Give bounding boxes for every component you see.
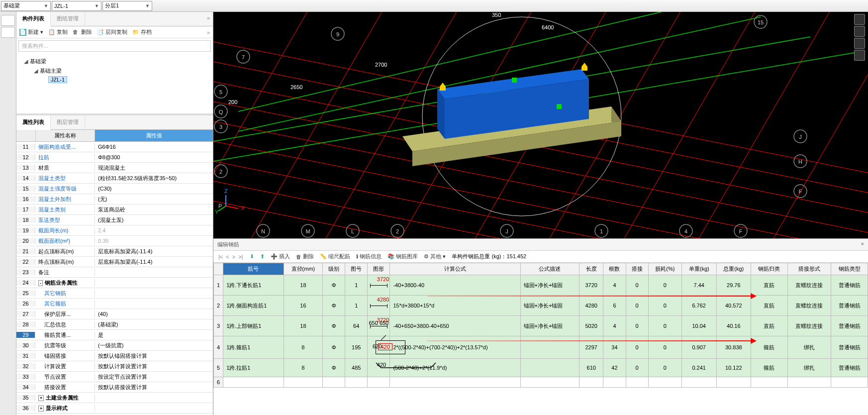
- tree-leaf[interactable]: JZL-1: [18, 76, 211, 84]
- vp-tool-1[interactable]: [854, 14, 865, 25]
- property-row[interactable]: 32 计算设置按默认计算设置计算: [16, 361, 213, 372]
- property-row[interactable]: 24-钢筋业务属性: [16, 278, 213, 288]
- property-row[interactable]: 12拉筋Φ8@300: [16, 152, 213, 163]
- svg-marker-71: [440, 83, 446, 87]
- layer-dropdown[interactable]: 分层1▼: [102, 1, 152, 11]
- rebar-grid[interactable]: 筋号直径(mm)级别图号图形计算公式公式描述长度根数搭接损耗(%)单重(kg)总…: [213, 263, 868, 415]
- component-tabs: 构件列表 图纸管理 »: [16, 12, 213, 26]
- svg-text:1: 1: [600, 228, 603, 234]
- property-row[interactable]: 19截面周长(m)2.4: [16, 225, 213, 236]
- property-row[interactable]: 33 节点设置按设定节点设置计算: [16, 372, 213, 382]
- more-icon[interactable]: »: [207, 29, 210, 35]
- property-row[interactable]: 13材质现浇混凝土: [16, 163, 213, 173]
- property-row[interactable]: 34 搭接设置按默认搭接设置计算: [16, 382, 213, 393]
- grid-row[interactable]: 31跨.上部钢筋118Φ646503720650-40+650+3800-40+…: [214, 316, 868, 336]
- side-buttons: [0, 12, 16, 415]
- vp-tool-3[interactable]: [854, 38, 865, 49]
- svg-rect-70: [440, 87, 446, 91]
- other-button[interactable]: ⚙其他 ▾: [424, 253, 446, 260]
- property-row[interactable]: 14混凝土类型(粒径31.5砼32.5级坍落度35~50): [16, 173, 213, 184]
- svg-text:L: L: [351, 228, 354, 234]
- layer-copy-button[interactable]: 📑层间复制: [97, 28, 127, 36]
- property-row[interactable]: 23备注: [16, 267, 213, 278]
- svg-text:Z: Z: [224, 188, 228, 194]
- search-input[interactable]: 搜索构件...: [18, 40, 211, 52]
- property-row[interactable]: 11侧面构造或受...G6Φ16: [16, 142, 213, 152]
- archive-button[interactable]: 📁存档: [132, 28, 152, 36]
- svg-text:6400: 6400: [542, 24, 554, 30]
- category-dropdown[interactable]: 基础梁▼: [1, 1, 51, 11]
- property-row[interactable]: 35+土建业务属性: [16, 393, 213, 403]
- icon-1[interactable]: ⬇: [250, 253, 254, 260]
- svg-line-76: [226, 206, 238, 208]
- property-row[interactable]: 18泵送类型(混凝土泵): [16, 215, 213, 225]
- svg-marker-73: [581, 63, 587, 67]
- component-dropdown[interactable]: JZL-1▼: [52, 1, 101, 11]
- nav-next[interactable]: >: [231, 254, 236, 260]
- svg-line-15: [611, 12, 761, 238]
- grid-row[interactable]: 41跨.箍筋18Φ1956204202*((500-2*40)+(700-2*4…: [214, 336, 868, 359]
- svg-text:J: J: [799, 134, 802, 140]
- tab-drawing-mgmt[interactable]: 图纸管理: [51, 12, 85, 26]
- annotation-arrow-1: [427, 296, 756, 297]
- property-row[interactable]: 36+显示样式: [16, 403, 213, 414]
- property-row[interactable]: 25 其它钢筋: [16, 288, 213, 299]
- svg-line-6: [213, 156, 868, 238]
- total-weight-label: 单构件钢筋总重 (kg)：151.452: [452, 253, 526, 260]
- property-row[interactable]: 17混凝土类别泵送商品砼: [16, 205, 213, 215]
- close-icon[interactable]: ×: [861, 241, 864, 248]
- property-header: 属性名称 属性值: [16, 130, 213, 142]
- chevron-right-icon[interactable]: »: [204, 12, 213, 26]
- grid-row[interactable]: 51跨.拉筋18Φ485420(500-2*40)+2*(11.9*d)6104…: [214, 359, 868, 377]
- svg-line-10: [238, 12, 387, 238]
- svg-text:3: 3: [219, 124, 222, 130]
- property-row[interactable]: 26 其它箍筋: [16, 299, 213, 309]
- insert-button[interactable]: ➕插入: [271, 253, 290, 260]
- scale-button[interactable]: 📏缩尺配筋: [320, 253, 350, 260]
- property-row[interactable]: 29 箍筋贯通...是: [16, 330, 213, 340]
- nav-first[interactable]: |<: [217, 254, 224, 260]
- tab-component-list[interactable]: 构件列表: [16, 12, 51, 26]
- tab-property-list[interactable]: 属性列表: [16, 115, 51, 130]
- svg-text:9: 9: [336, 31, 339, 37]
- viewport-tools: [854, 14, 866, 62]
- svg-text:200: 200: [228, 99, 237, 105]
- svg-text:2650: 2650: [290, 84, 302, 90]
- side-btn-2[interactable]: [1, 27, 15, 38]
- property-row[interactable]: 30 抗震等级(一级抗震): [16, 340, 213, 351]
- 3d-viewport[interactable]: 975 Q32 NML 2J1 4F 15JHF 3506400 2700265…: [213, 12, 868, 238]
- property-row[interactable]: 21起点顶标高(m)层底标高加梁高(-11.4): [16, 246, 213, 257]
- nav-prev[interactable]: <: [225, 254, 230, 260]
- property-row[interactable]: 16混凝土外加剂(无): [16, 194, 213, 205]
- property-row[interactable]: 20截面面积(m²)0.35: [16, 236, 213, 246]
- rebar-info-button[interactable]: ℹ钢筋信息: [356, 253, 382, 260]
- grid-row[interactable]: 21跨.侧面构造筋116Φ1428015*d+3800+15*d锚固+净长+锚固…: [214, 296, 868, 316]
- svg-text:4: 4: [684, 228, 687, 234]
- property-row[interactable]: 27 保护层厚...(40): [16, 309, 213, 319]
- annotation-arrow-2: [427, 340, 756, 341]
- svg-text:350: 350: [492, 12, 501, 18]
- svg-rect-75: [557, 104, 562, 109]
- tree-child[interactable]: ◢ 基础主梁: [18, 66, 211, 76]
- icon-2[interactable]: ⬆: [260, 253, 265, 260]
- tab-layer-mgmt[interactable]: 图层管理: [51, 115, 85, 129]
- delete-button[interactable]: 🗑删除: [73, 28, 92, 36]
- tree-root[interactable]: ◢ 基础梁: [18, 57, 211, 66]
- svg-text:5: 5: [219, 89, 222, 95]
- property-rows: 11侧面构造或受...G6Φ1612拉筋Φ8@30013材质现浇混凝土14混凝土…: [16, 142, 213, 415]
- copy-button[interactable]: 📋复制: [48, 28, 68, 36]
- delete-button-2[interactable]: 🗑删除: [296, 253, 314, 260]
- svg-rect-72: [581, 67, 587, 71]
- new-button[interactable]: 📄新建 ▾: [19, 28, 43, 36]
- vp-tool-4[interactable]: [854, 50, 865, 61]
- property-row[interactable]: 28 汇总信息(基础梁): [16, 319, 213, 330]
- nav-last[interactable]: >|: [237, 254, 244, 260]
- property-row[interactable]: 15混凝土强度等级(C30): [16, 184, 213, 194]
- grid-row[interactable]: 11跨.下通长筋118Φ13720-40+3800-40锚固+净长+锚固3720…: [214, 275, 868, 296]
- rebar-lib-button[interactable]: 📚钢筋图库: [387, 253, 418, 260]
- property-row[interactable]: 31 锚固搭接按默认锚固搭接计算: [16, 351, 213, 361]
- vp-tool-2[interactable]: [854, 26, 865, 37]
- side-btn-1[interactable]: [1, 15, 15, 26]
- svg-text:F: F: [739, 228, 743, 234]
- property-row[interactable]: 22终点顶标高(m)层底标高加梁高(-11.4): [16, 257, 213, 267]
